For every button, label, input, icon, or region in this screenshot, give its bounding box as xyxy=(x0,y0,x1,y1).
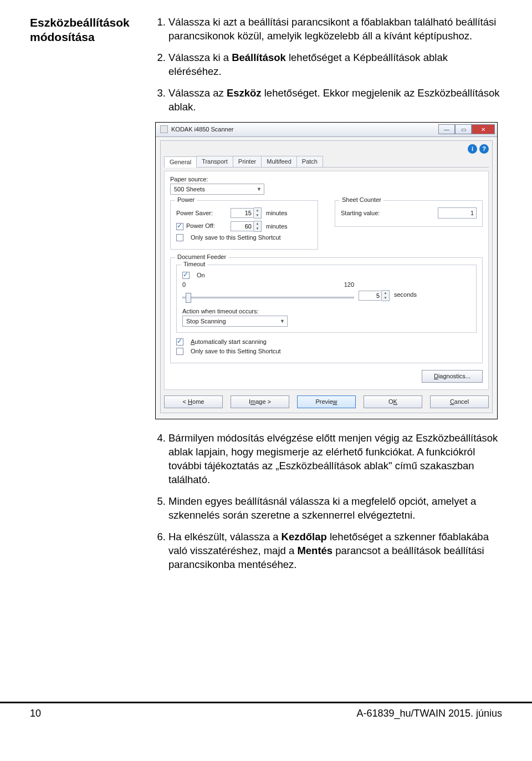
power-saver-value[interactable] xyxy=(231,208,254,218)
cancel-button[interactable]: Cancel xyxy=(430,395,489,408)
window-title: KODAK i4850 Scanner xyxy=(171,126,234,133)
chevron-down-icon: ▼ xyxy=(280,318,285,324)
timeout-slider[interactable] xyxy=(182,289,354,301)
power-group-title: Power xyxy=(175,196,197,203)
help-icon[interactable]: ? xyxy=(479,144,489,154)
tab-multifeed[interactable]: Multifeed xyxy=(261,156,297,167)
only-save-checkbox-1[interactable] xyxy=(176,234,183,241)
document-feeder-group: Document Feeder Timeout On xyxy=(170,257,483,363)
timeout-on-checkbox[interactable] xyxy=(182,272,190,279)
app-icon xyxy=(160,125,168,133)
power-off-checkbox[interactable] xyxy=(176,223,183,230)
window-titlebar: KODAK i4850 Scanner — ▭ ✕ xyxy=(156,123,497,137)
timeout-on-label: On xyxy=(197,272,205,278)
doc-id: A-61839_hu/TWAIN 2015. június xyxy=(357,708,503,719)
slider-max: 120 xyxy=(344,281,354,288)
auto-start-checkbox[interactable] xyxy=(176,338,183,346)
slider-min: 0 xyxy=(182,281,186,288)
document-feeder-title: Document Feeder xyxy=(175,253,228,260)
minutes-label-2: minutes xyxy=(266,223,288,230)
timeout-value-stepper[interactable]: ▲▼ xyxy=(359,290,390,301)
close-button[interactable]: ✕ xyxy=(472,124,495,134)
page-number: 10 xyxy=(30,708,41,719)
action-label: Action when timeout occurs: xyxy=(182,308,470,314)
chevron-down-icon: ▼ xyxy=(257,186,262,192)
seconds-label: seconds xyxy=(394,291,417,298)
info-icon[interactable]: i xyxy=(468,144,477,154)
tab-patch[interactable]: Patch xyxy=(296,156,323,167)
only-save-checkbox-2[interactable] xyxy=(176,348,183,355)
minimize-button[interactable]: — xyxy=(438,124,455,134)
action-dropdown[interactable]: Stop Scanning▼ xyxy=(182,316,288,327)
image-button[interactable]: Image > xyxy=(231,395,289,408)
timeout-title: Timeout xyxy=(181,261,207,267)
ok-button[interactable]: OK xyxy=(364,395,422,408)
steps-list: Válassza ki azt a beállítási parancsikon… xyxy=(155,16,502,114)
paper-source-dropdown[interactable]: 500 Sheets▼ xyxy=(170,184,264,195)
step-4: Bármilyen módosítás elvégzése előtt menj… xyxy=(168,432,502,487)
step-5: Minden egyes beállításnál válassza ki a … xyxy=(168,495,502,522)
sheet-counter-group: Sheet Counter Starting value: 1 xyxy=(335,200,483,227)
tabs: General Transport Printer Multifeed Patc… xyxy=(164,156,489,168)
steps-list-continued: Bármilyen módosítás elvégzése előtt menj… xyxy=(155,432,502,572)
only-save-label-2: Only save to this Setting Shortcut xyxy=(191,348,281,354)
paper-source-label: Paper source: xyxy=(170,176,483,182)
sheet-counter-title: Sheet Counter xyxy=(340,196,383,203)
tab-transport[interactable]: Transport xyxy=(196,156,233,167)
power-off-label: Power Off: xyxy=(186,222,215,229)
step-2: Válassza ki a Beállítások lehetőséget a … xyxy=(168,51,502,79)
only-save-label-1: Only save to this Setting Shortcut xyxy=(191,234,281,241)
home-button[interactable]: < Home xyxy=(164,395,223,408)
preview-button[interactable]: Preview xyxy=(297,395,356,408)
section-title: Eszközbeállítások módosítása xyxy=(30,16,141,45)
power-off-stepper[interactable]: ▲▼ xyxy=(231,221,262,232)
step-1: Válassza ki azt a beállítási parancsikon… xyxy=(168,16,502,43)
power-off-value[interactable] xyxy=(231,221,254,231)
minutes-label: minutes xyxy=(266,210,288,216)
step-6: Ha elkészült, válassza a Kezdőlap lehető… xyxy=(168,530,502,572)
device-settings-dialog-screenshot: KODAK i4850 Scanner — ▭ ✕ i ? Ge xyxy=(155,122,498,419)
power-saver-label: Power Saver: xyxy=(176,210,226,216)
power-saver-stepper[interactable]: ▲▼ xyxy=(231,207,262,219)
starting-value-input[interactable]: 1 xyxy=(438,207,477,219)
tab-general[interactable]: General xyxy=(164,156,197,168)
auto-start-label: Automatically start scanning xyxy=(191,338,267,345)
step-3: Válassza az Eszköz lehetőséget. Ekkor me… xyxy=(168,87,502,114)
maximize-button[interactable]: ▭ xyxy=(455,124,472,134)
diagnostics-button[interactable]: Diagnostics... xyxy=(422,370,483,383)
timeout-group: Timeout On 0 xyxy=(176,265,477,333)
timeout-value[interactable] xyxy=(359,291,382,301)
tab-printer[interactable]: Printer xyxy=(233,156,262,167)
starting-value-label: Starting value: xyxy=(341,210,380,216)
page-footer: 10 A-61839_hu/TWAIN 2015. június xyxy=(0,702,532,733)
power-group: Power Power Saver: ▲▼ minutes xyxy=(170,200,318,250)
